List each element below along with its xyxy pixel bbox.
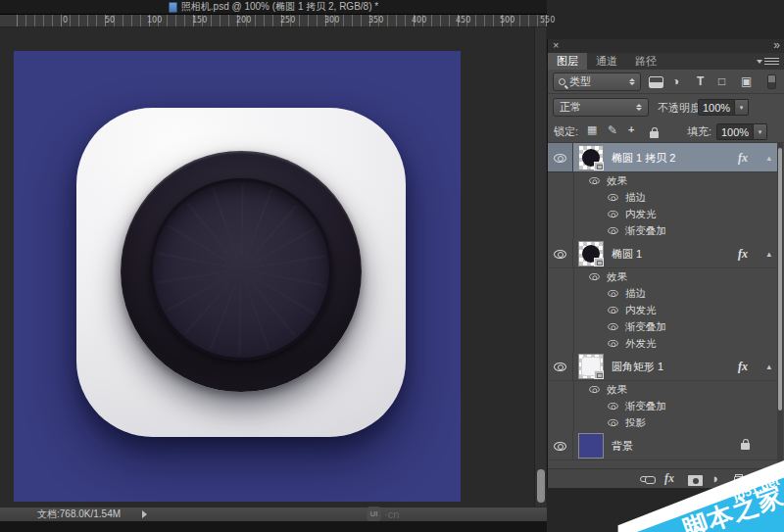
effect-row-stroke[interactable]: 描边	[573, 189, 779, 206]
ruler-tick-label: 250	[280, 16, 295, 24]
visibility-eye-icon[interactable]	[608, 194, 617, 201]
blend-mode-select[interactable]: 正常	[553, 98, 649, 117]
visibility-eye-icon[interactable]	[608, 419, 617, 426]
layer-thumbnail[interactable]	[578, 433, 604, 459]
collapse-effects-icon[interactable]: ▴	[766, 143, 771, 172]
opacity-input[interactable]: 100%	[698, 99, 735, 116]
scrollbar-thumb[interactable]	[537, 469, 545, 503]
effect-label: 渐变叠加	[625, 320, 666, 334]
blend-mode-value: 正常	[560, 100, 581, 115]
visibility-eye-icon[interactable]	[608, 211, 617, 218]
layers-panel: × » 图层 通道 路径 类型 ◑ T □ ▣	[547, 39, 784, 488]
panel-tabs: 图层 通道 路径	[548, 53, 784, 70]
filter-adjustment-layers-icon[interactable]: ◑	[672, 73, 679, 89]
layer-row-ellipse1[interactable]: 椭圆 1 fx ▴	[548, 239, 779, 268]
status-menu-arrow-icon[interactable]	[142, 510, 147, 518]
layer-thumbnail[interactable]	[578, 354, 604, 379]
tab-paths[interactable]: 路径	[626, 53, 665, 70]
visibility-eye-icon[interactable]	[554, 154, 566, 163]
filter-toggle-icon[interactable]	[767, 74, 776, 89]
effect-row-inner-glow[interactable]: 内发光	[573, 302, 779, 318]
filter-kind-select[interactable]: 类型	[553, 73, 641, 91]
ruler-tick-label: 550	[540, 16, 555, 24]
effect-row-stroke[interactable]: 描边	[573, 285, 779, 302]
collapse-effects-icon[interactable]: ▴	[766, 239, 771, 268]
effect-label: 渐变叠加	[625, 400, 666, 413]
effect-row-gradient-overlay[interactable]: 渐变叠加	[573, 398, 779, 414]
new-group-icon[interactable]	[734, 476, 748, 485]
collapse-effects-icon[interactable]: ▴	[766, 352, 771, 381]
layer-thumbnail[interactable]	[578, 145, 604, 170]
fx-badge[interactable]: fx	[738, 352, 748, 381]
visibility-eye-icon[interactable]	[608, 290, 617, 297]
effect-row-inner-glow[interactable]: 内发光	[573, 206, 779, 222]
canvas-area[interactable]	[0, 27, 547, 507]
add-layer-style-icon[interactable]: fx	[664, 471, 674, 486]
collapse-panels-icon[interactable]: »	[773, 38, 778, 52]
effects-header-row[interactable]: 效果	[573, 268, 779, 285]
visibility-eye-icon[interactable]	[608, 307, 617, 314]
document-titlebar[interactable]: 照相机.psd @ 100% (椭圆 1 拷贝 2, RGB/8) *	[0, 0, 547, 15]
layer-row-ellipse1-copy2[interactable]: 椭圆 1 拷贝 2 fx ▴	[548, 143, 779, 172]
combo-arrows-icon	[636, 104, 642, 111]
layer-name[interactable]: 圆角矩形 1	[612, 352, 663, 381]
filter-type-layers-icon[interactable]: T	[697, 73, 704, 89]
window-bottom-strip	[0, 521, 547, 532]
ruler-tick-label: 450	[456, 16, 470, 24]
lock-image-pixels-icon[interactable]: ✎	[608, 123, 617, 137]
fx-badge[interactable]: fx	[738, 143, 748, 172]
effect-row-gradient-overlay[interactable]: 渐变叠加	[573, 222, 779, 239]
document-title: 照相机.psd @ 100% (椭圆 1 拷贝 2, RGB/8) *	[181, 0, 378, 14]
filter-pixel-layers-icon[interactable]	[649, 76, 663, 88]
visibility-eye-icon[interactable]	[554, 442, 566, 451]
fill-input[interactable]: 100%	[716, 123, 754, 140]
effect-row-outer-glow[interactable]: 外发光	[573, 335, 779, 352]
tab-channels[interactable]: 通道	[587, 53, 626, 70]
filter-shape-layers-icon[interactable]: □	[718, 73, 725, 89]
filter-smart-object-icon[interactable]: ▣	[741, 73, 752, 89]
visibility-eye-icon[interactable]	[608, 323, 617, 330]
horizontal-ruler[interactable]: 0 50 100 150 200 250 300 350 400 450 500…	[0, 15, 547, 27]
lock-transparent-pixels-icon[interactable]: ▦	[587, 123, 597, 136]
camera-app-icon-artwork	[76, 108, 406, 437]
new-adjustment-layer-icon[interactable]: ◑	[710, 471, 718, 486]
search-icon	[559, 78, 565, 85]
effect-label: 内发光	[625, 208, 657, 221]
link-layers-icon[interactable]	[640, 476, 649, 482]
layer-row-rounded-rect1[interactable]: 圆角矩形 1 fx ▴	[548, 352, 779, 381]
visibility-eye-icon[interactable]	[554, 363, 566, 371]
layer-name[interactable]: 背景	[612, 431, 633, 460]
fx-badge[interactable]: fx	[738, 239, 748, 268]
lock-position-icon[interactable]: +	[628, 123, 634, 135]
visibility-eye-icon[interactable]	[589, 177, 599, 184]
panel-menu-icon[interactable]	[764, 58, 779, 66]
visibility-eye-icon[interactable]	[589, 273, 599, 280]
add-layer-mask-icon[interactable]	[688, 475, 703, 486]
visibility-eye-icon[interactable]	[608, 403, 617, 410]
effect-row-drop-shadow[interactable]: 投影	[573, 414, 779, 431]
tab-layers[interactable]: 图层	[548, 53, 587, 70]
layer-name[interactable]: 椭圆 1 拷贝 2	[612, 143, 675, 172]
scrollbar-thumb[interactable]	[778, 148, 782, 411]
effects-header-row[interactable]: 效果	[573, 172, 779, 189]
visibility-eye-icon[interactable]	[608, 227, 617, 234]
ruler-tick-label: 150	[192, 16, 207, 24]
panel-scrollbar[interactable]	[777, 143, 783, 468]
layer-row-background[interactable]: 背景	[548, 431, 779, 460]
layer-name[interactable]: 椭圆 1	[612, 239, 642, 268]
visibility-eye-icon[interactable]	[608, 340, 617, 347]
layer-filter-row: 类型 ◑ T □ ▣	[548, 70, 784, 94]
visibility-eye-icon[interactable]	[554, 250, 566, 259]
close-panel-icon[interactable]: ×	[553, 39, 559, 52]
layer-thumbnail[interactable]	[578, 241, 604, 266]
status-bar: 文档:768.0K/1.54M	[0, 507, 547, 521]
visibility-eye-icon[interactable]	[589, 386, 599, 393]
lock-all-icon[interactable]	[650, 131, 659, 138]
opacity-dropdown-icon[interactable]: ▾	[735, 99, 749, 116]
effect-row-gradient-overlay[interactable]: 渐变叠加	[573, 318, 779, 335]
canvas[interactable]	[14, 51, 461, 502]
effects-header-row[interactable]: 效果	[573, 381, 779, 398]
document-vertical-scrollbar[interactable]	[534, 27, 546, 507]
fill-dropdown-icon[interactable]: ▾	[754, 123, 767, 140]
background-lock-icon	[741, 443, 750, 450]
